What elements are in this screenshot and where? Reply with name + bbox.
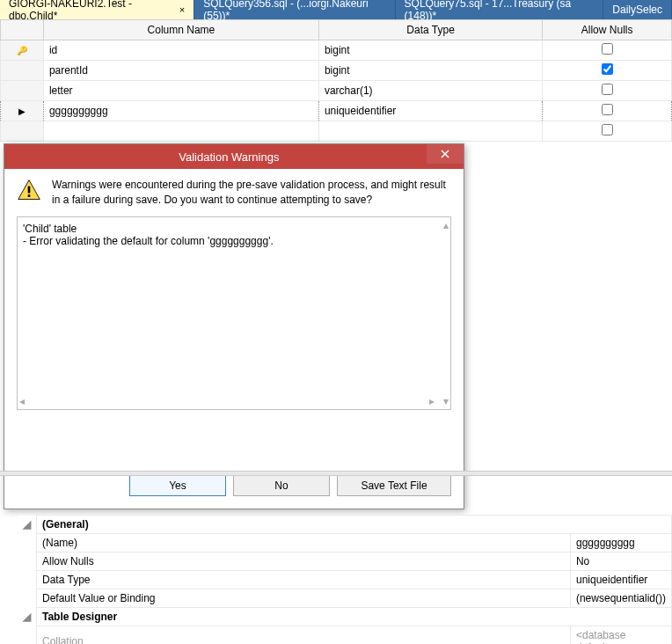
rowheader-corner xyxy=(1,20,44,40)
property-allownulls-label: Allow Nulls xyxy=(37,553,571,571)
table-row[interactable]: 🔑 id bigint xyxy=(1,40,672,61)
warning-icon xyxy=(17,178,41,202)
table-row[interactable]: letter varchar(1) xyxy=(1,81,672,101)
property-collation-value[interactable]: <database default> xyxy=(570,626,671,645)
property-row[interactable]: Data Type uniqueidentifier xyxy=(18,571,672,589)
no-button[interactable]: No xyxy=(233,475,330,496)
allow-nulls-checkbox[interactable] xyxy=(602,104,613,115)
property-default-label: Default Value or Binding xyxy=(37,589,571,608)
allow-nulls-checkbox[interactable] xyxy=(602,63,613,75)
cell-data-type[interactable] xyxy=(318,121,542,142)
table-row[interactable]: parentId bigint xyxy=(1,61,672,81)
header-data-type[interactable]: Data Type xyxy=(318,20,542,40)
property-collation-label: Collation xyxy=(37,626,571,645)
property-name-value[interactable]: gggggggggg xyxy=(570,534,671,553)
table-row-new[interactable] xyxy=(1,121,672,142)
tab-query75[interactable]: SQLQuery75.sql - 17...Treasury (sa (148)… xyxy=(396,0,604,19)
dialog-title: Validation Warnings xyxy=(11,150,447,164)
category-general: (General) xyxy=(37,516,672,534)
svg-rect-1 xyxy=(28,194,31,197)
property-default-value[interactable]: (newsequentialid()) xyxy=(570,589,671,608)
details-line: - Error validating the default for colum… xyxy=(23,235,445,247)
dialog-titlebar[interactable]: Validation Warnings ? xyxy=(4,144,464,169)
columns-grid[interactable]: Column Name Data Type Allow Nulls 🔑 id b… xyxy=(0,19,672,142)
tab-dailyselect[interactable]: DailySelec xyxy=(603,0,672,19)
validation-warnings-dialog: Validation Warnings ? Warnings were enco… xyxy=(4,143,464,509)
property-row[interactable]: (Name) gggggggggg xyxy=(18,534,672,553)
scroll-up-icon[interactable]: ▴ xyxy=(443,219,449,231)
collapse-icon[interactable]: ◢ xyxy=(18,516,37,534)
cell-column-name[interactable]: parentId xyxy=(43,61,318,81)
cell-data-type[interactable]: uniqueidentifier xyxy=(318,101,542,121)
category-table-designer: Table Designer xyxy=(37,608,672,626)
splitter[interactable] xyxy=(0,471,672,476)
allow-nulls-checkbox[interactable] xyxy=(602,43,613,55)
scroll-right-icon[interactable]: ▸ xyxy=(429,395,435,407)
tab-query356[interactable]: SQLQuery356.sql - (...iorgi.Nakeuri (55)… xyxy=(194,0,395,19)
category-row[interactable]: ◢ Table Designer xyxy=(18,608,672,626)
property-row[interactable]: Allow Nulls No xyxy=(18,553,672,571)
tab-label: GIORGI-NAKEURI2.Test - dbo.Child* xyxy=(9,0,172,22)
cell-data-type[interactable]: bigint xyxy=(318,61,542,81)
details-line: 'Child' table xyxy=(23,223,445,235)
dialog-message: Warnings were encountered during the pre… xyxy=(52,178,451,208)
allow-nulls-checkbox[interactable] xyxy=(602,124,613,135)
allow-nulls-checkbox[interactable] xyxy=(602,84,613,95)
collapse-icon[interactable]: ◢ xyxy=(18,608,37,626)
header-allow-nulls[interactable]: Allow Nulls xyxy=(543,20,672,40)
yes-button[interactable]: Yes xyxy=(129,475,226,496)
property-row[interactable]: Default Value or Binding (newsequentiali… xyxy=(18,589,672,608)
cell-column-name[interactable]: id xyxy=(43,40,318,61)
close-button[interactable] xyxy=(427,144,464,164)
category-row[interactable]: ◢ (General) xyxy=(18,516,672,534)
property-datatype-value[interactable]: uniqueidentifier xyxy=(570,571,671,589)
tab-table-designer[interactable]: GIORGI-NAKEURI2.Test - dbo.Child* × xyxy=(0,0,194,19)
scroll-left-icon[interactable]: ◂ xyxy=(19,395,25,407)
property-datatype-label: Data Type xyxy=(37,571,571,589)
table-row-editing[interactable]: ▶ gggggggggg uniqueidentifier xyxy=(1,101,672,121)
primary-key-icon: 🔑 xyxy=(17,46,27,55)
property-allownulls-value[interactable]: No xyxy=(570,553,671,571)
svg-rect-0 xyxy=(28,187,31,194)
cell-column-name[interactable] xyxy=(43,121,318,142)
cell-data-type[interactable]: varchar(1) xyxy=(318,81,542,101)
current-row-icon: ▶ xyxy=(18,106,26,116)
properties-panel: ◢ (General) (Name) gggggggggg Allow Null… xyxy=(18,515,672,644)
save-text-file-button[interactable]: Save Text File xyxy=(337,475,451,496)
scroll-down-icon[interactable]: ▾ xyxy=(443,395,449,407)
close-icon xyxy=(441,150,449,158)
tab-label: SQLQuery356.sql - (...iorgi.Nakeuri (55)… xyxy=(203,0,385,22)
close-icon[interactable]: × xyxy=(179,4,185,15)
property-row[interactable]: Collation <database default> xyxy=(18,626,672,645)
tab-label: DailySelec xyxy=(612,4,662,16)
tab-label: SQLQuery75.sql - 17...Treasury (sa (148)… xyxy=(405,0,595,22)
property-name-label: (Name) xyxy=(37,534,571,553)
header-column-name[interactable]: Column Name xyxy=(43,20,318,40)
dialog-details[interactable]: 'Child' table - Error validating the def… xyxy=(17,216,451,410)
cell-data-type[interactable]: bigint xyxy=(318,40,542,61)
cell-column-name[interactable]: gggggggggg xyxy=(43,101,318,121)
cell-column-name[interactable]: letter xyxy=(43,81,318,101)
